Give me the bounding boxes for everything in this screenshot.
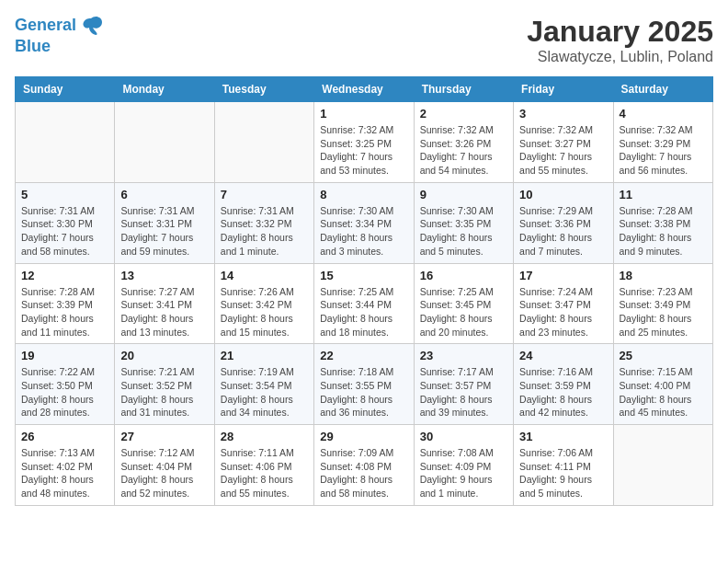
day-info: Sunrise: 7:09 AM Sunset: 4:08 PM Dayligh… xyxy=(320,446,407,500)
calendar-cell: 18Sunrise: 7:23 AM Sunset: 3:49 PM Dayli… xyxy=(613,263,712,344)
day-info: Sunrise: 7:32 AM Sunset: 3:25 PM Dayligh… xyxy=(320,123,407,178)
calendar-week-row: 1Sunrise: 7:32 AM Sunset: 3:25 PM Daylig… xyxy=(16,102,713,183)
day-number: 5 xyxy=(21,188,108,201)
day-number: 28 xyxy=(221,430,308,443)
calendar-cell: 8Sunrise: 7:30 AM Sunset: 3:34 PM Daylig… xyxy=(314,182,414,263)
day-number: 3 xyxy=(519,107,607,121)
page-header: General Blue January 2025 Slawatycze, Lu… xyxy=(15,15,713,65)
day-info: Sunrise: 7:32 AM Sunset: 3:27 PM Dayligh… xyxy=(519,123,607,178)
calendar-cell: 26Sunrise: 7:13 AM Sunset: 4:02 PM Dayli… xyxy=(16,425,115,506)
calendar-cell: 11Sunrise: 7:28 AM Sunset: 3:38 PM Dayli… xyxy=(613,182,712,263)
day-info: Sunrise: 7:32 AM Sunset: 3:26 PM Dayligh… xyxy=(420,123,507,178)
calendar-cell: 30Sunrise: 7:08 AM Sunset: 4:09 PM Dayli… xyxy=(414,425,513,506)
calendar-cell: 2Sunrise: 7:32 AM Sunset: 3:26 PM Daylig… xyxy=(414,102,513,183)
logo: General Blue xyxy=(15,15,104,57)
calendar-cell: 21Sunrise: 7:19 AM Sunset: 3:54 PM Dayli… xyxy=(214,344,313,425)
day-number: 23 xyxy=(420,349,507,362)
day-info: Sunrise: 7:25 AM Sunset: 3:44 PM Dayligh… xyxy=(320,285,407,339)
day-info: Sunrise: 7:22 AM Sunset: 3:50 PM Dayligh… xyxy=(21,365,108,419)
calendar-cell: 9Sunrise: 7:30 AM Sunset: 3:35 PM Daylig… xyxy=(414,182,513,263)
day-number: 15 xyxy=(320,269,407,282)
day-info: Sunrise: 7:28 AM Sunset: 3:38 PM Dayligh… xyxy=(620,204,707,259)
day-number: 24 xyxy=(519,349,607,362)
title-block: January 2025 Slawatycze, Lublin, Poland xyxy=(527,15,713,65)
calendar-cell: 13Sunrise: 7:27 AM Sunset: 3:41 PM Dayli… xyxy=(115,263,214,344)
day-info: Sunrise: 7:31 AM Sunset: 3:31 PM Dayligh… xyxy=(120,204,208,259)
calendar-cell xyxy=(115,102,214,183)
day-info: Sunrise: 7:12 AM Sunset: 4:04 PM Dayligh… xyxy=(120,446,208,500)
calendar-cell: 16Sunrise: 7:25 AM Sunset: 3:45 PM Dayli… xyxy=(414,263,513,344)
day-info: Sunrise: 7:08 AM Sunset: 4:09 PM Dayligh… xyxy=(420,446,507,500)
calendar-week-row: 5Sunrise: 7:31 AM Sunset: 3:30 PM Daylig… xyxy=(16,182,713,263)
day-info: Sunrise: 7:19 AM Sunset: 3:54 PM Dayligh… xyxy=(221,365,308,419)
day-number: 6 xyxy=(120,188,208,201)
calendar-cell: 10Sunrise: 7:29 AM Sunset: 3:36 PM Dayli… xyxy=(514,182,613,263)
calendar-cell: 22Sunrise: 7:18 AM Sunset: 3:55 PM Dayli… xyxy=(314,344,414,425)
weekday-header-sunday: Sunday xyxy=(16,77,115,102)
calendar-cell: 12Sunrise: 7:28 AM Sunset: 3:39 PM Dayli… xyxy=(16,263,115,344)
day-info: Sunrise: 7:31 AM Sunset: 3:32 PM Dayligh… xyxy=(221,204,308,259)
logo-bird-icon xyxy=(78,15,104,37)
day-info: Sunrise: 7:15 AM Sunset: 4:00 PM Dayligh… xyxy=(620,365,707,419)
day-number: 17 xyxy=(519,269,607,282)
day-number: 27 xyxy=(120,430,208,443)
day-info: Sunrise: 7:13 AM Sunset: 4:02 PM Dayligh… xyxy=(21,446,108,500)
calendar-week-row: 12Sunrise: 7:28 AM Sunset: 3:39 PM Dayli… xyxy=(16,263,713,344)
day-number: 22 xyxy=(320,349,407,362)
calendar-cell: 28Sunrise: 7:11 AM Sunset: 4:06 PM Dayli… xyxy=(214,425,313,506)
calendar-cell xyxy=(16,102,115,183)
weekday-header-saturday: Saturday xyxy=(613,77,712,102)
calendar-cell: 24Sunrise: 7:16 AM Sunset: 3:59 PM Dayli… xyxy=(514,344,613,425)
day-number: 12 xyxy=(21,269,108,282)
day-number: 13 xyxy=(120,269,208,282)
day-info: Sunrise: 7:17 AM Sunset: 3:57 PM Dayligh… xyxy=(420,365,507,419)
day-info: Sunrise: 7:21 AM Sunset: 3:52 PM Dayligh… xyxy=(120,365,208,419)
day-number: 25 xyxy=(620,349,707,362)
day-info: Sunrise: 7:24 AM Sunset: 3:47 PM Dayligh… xyxy=(519,285,607,339)
day-info: Sunrise: 7:31 AM Sunset: 3:30 PM Dayligh… xyxy=(21,204,108,259)
day-number: 20 xyxy=(120,349,208,362)
month-title: January 2025 xyxy=(527,15,713,49)
calendar-cell: 3Sunrise: 7:32 AM Sunset: 3:27 PM Daylig… xyxy=(514,102,613,183)
calendar-cell: 7Sunrise: 7:31 AM Sunset: 3:32 PM Daylig… xyxy=(214,182,313,263)
calendar-cell: 14Sunrise: 7:26 AM Sunset: 3:42 PM Dayli… xyxy=(214,263,313,344)
calendar-cell: 5Sunrise: 7:31 AM Sunset: 3:30 PM Daylig… xyxy=(16,182,115,263)
day-number: 26 xyxy=(21,430,108,443)
day-number: 30 xyxy=(420,430,507,443)
calendar-cell: 25Sunrise: 7:15 AM Sunset: 4:00 PM Dayli… xyxy=(613,344,712,425)
day-number: 7 xyxy=(221,188,308,201)
calendar-body: 1Sunrise: 7:32 AM Sunset: 3:25 PM Daylig… xyxy=(16,102,713,506)
day-number: 4 xyxy=(620,107,707,121)
calendar-cell: 31Sunrise: 7:06 AM Sunset: 4:11 PM Dayli… xyxy=(514,425,613,506)
day-number: 1 xyxy=(320,107,407,121)
day-number: 16 xyxy=(420,269,507,282)
day-number: 10 xyxy=(519,188,607,201)
calendar-cell: 20Sunrise: 7:21 AM Sunset: 3:52 PM Dayli… xyxy=(115,344,214,425)
day-info: Sunrise: 7:11 AM Sunset: 4:06 PM Dayligh… xyxy=(221,446,308,500)
day-number: 19 xyxy=(21,349,108,362)
calendar-cell xyxy=(613,425,712,506)
day-number: 14 xyxy=(221,269,308,282)
calendar-week-row: 19Sunrise: 7:22 AM Sunset: 3:50 PM Dayli… xyxy=(16,344,713,425)
day-number: 31 xyxy=(519,430,607,443)
logo-blue-text: Blue xyxy=(15,37,104,57)
day-number: 29 xyxy=(320,430,407,443)
day-number: 2 xyxy=(420,107,507,121)
calendar-table: SundayMondayTuesdayWednesdayThursdayFrid… xyxy=(15,76,713,506)
day-number: 11 xyxy=(620,188,707,201)
weekday-header-friday: Friday xyxy=(514,77,613,102)
calendar-cell: 29Sunrise: 7:09 AM Sunset: 4:08 PM Dayli… xyxy=(314,425,414,506)
calendar-header-row: SundayMondayTuesdayWednesdayThursdayFrid… xyxy=(16,77,713,102)
day-info: Sunrise: 7:28 AM Sunset: 3:39 PM Dayligh… xyxy=(21,285,108,339)
day-info: Sunrise: 7:27 AM Sunset: 3:41 PM Dayligh… xyxy=(120,285,208,339)
day-number: 21 xyxy=(221,349,308,362)
day-info: Sunrise: 7:30 AM Sunset: 3:34 PM Dayligh… xyxy=(320,204,407,259)
day-number: 8 xyxy=(320,188,407,201)
logo-text: General xyxy=(15,16,76,36)
day-info: Sunrise: 7:25 AM Sunset: 3:45 PM Dayligh… xyxy=(420,285,507,339)
calendar-cell: 6Sunrise: 7:31 AM Sunset: 3:31 PM Daylig… xyxy=(115,182,214,263)
calendar-cell: 23Sunrise: 7:17 AM Sunset: 3:57 PM Dayli… xyxy=(414,344,513,425)
day-info: Sunrise: 7:23 AM Sunset: 3:49 PM Dayligh… xyxy=(620,285,707,339)
day-info: Sunrise: 7:30 AM Sunset: 3:35 PM Dayligh… xyxy=(420,204,507,259)
calendar-cell: 19Sunrise: 7:22 AM Sunset: 3:50 PM Dayli… xyxy=(16,344,115,425)
